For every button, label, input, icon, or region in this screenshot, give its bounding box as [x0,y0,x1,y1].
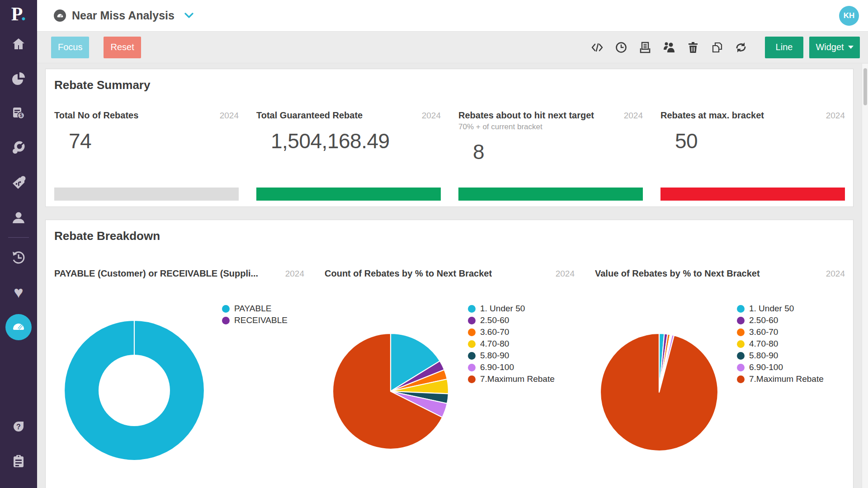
app-logo[interactable]: P. [11,2,26,26]
users-icon [663,42,675,53]
legend-item[interactable]: RECEIVABLE [222,314,288,326]
sidebar-item-customers[interactable] [0,200,37,235]
trash-button[interactable] [687,41,699,54]
kpi-total-rebates[interactable]: Total No of Rebates 2024 74 [54,110,239,201]
legend-item[interactable]: 1. Under 50 [468,303,555,314]
kpi-value: 8 [473,140,643,164]
legend-label: 4.70-80 [749,339,778,349]
sidebar-item-home[interactable] [0,26,37,61]
sidebar-item-dashboards[interactable] [0,310,37,344]
legend-item[interactable]: 7.Maximum Rebate [737,373,824,385]
legend-item[interactable]: 6.90-100 [468,361,555,373]
page-title: Near Miss Analysis [72,9,175,22]
scrollbar-thumb[interactable] [863,68,867,105]
heart-icon: ♥ [14,284,23,300]
caret-down-icon [848,46,854,49]
legend-dot [737,340,745,348]
rebate-breakdown-card: Rebate Breakdown PAYABLE (Customer) or R… [45,220,854,488]
widget-button[interactable]: Widget [809,37,860,58]
dashboard-content: Rebate Summary Total No of Rebates 2024 … [37,63,868,488]
sidebar-item-promotions[interactable] [0,165,37,200]
donut-chart[interactable] [63,319,206,464]
code-icon [591,42,604,53]
sidebar-item-tasks[interactable] [0,444,37,479]
print-button[interactable] [639,41,651,54]
invoice-dollar-icon: $ [11,106,26,121]
donut-hole [99,355,170,426]
pie-chart[interactable] [331,332,450,452]
legend-item[interactable]: 2.50-60 [737,314,824,326]
refresh-button[interactable] [735,41,747,54]
active-indicator [5,314,32,340]
legend-dot [468,305,476,313]
chart-year: 2024 [826,269,845,279]
legend-item[interactable]: 4.70-80 [737,338,824,350]
question-icon: ? [11,419,26,434]
copy-icon [711,42,723,53]
sidebar-item-reports[interactable] [0,61,37,96]
legend-label: 6.90-100 [480,362,514,372]
kpi-subtitle: 70% + of current bracket [458,122,643,131]
app-root: P. $ [0,0,868,488]
svg-text:?: ? [16,423,21,431]
kpi-year: 2024 [220,111,239,121]
legend-item[interactable]: 5.80-90 [468,350,555,361]
toolbar: Focus Reset [37,32,868,63]
legend-dot [737,328,745,336]
focus-button[interactable]: Focus [51,37,89,58]
line-button[interactable]: Line [765,37,803,58]
legend-dot [468,340,476,348]
chart-legend: PAYABLERECEIVABLE [222,303,288,326]
chart-payable-receivable: PAYABLE (Customer) or RECEIVABLE (Suppli… [54,268,304,488]
legend-dot [737,305,745,313]
clock-icon [615,42,627,53]
avatar[interactable]: KH [839,6,859,26]
pie-chart-icon [11,71,26,86]
main-area: Near Miss Analysis KH Focus Reset [37,0,868,488]
legend-item[interactable]: 3.60-70 [737,326,824,338]
sidebar-item-deals[interactable] [0,131,37,165]
kpi-label: Total No of Rebates [54,110,138,121]
gauge-icon [11,319,26,335]
legend-item[interactable]: 2.50-60 [468,314,555,326]
copy-button[interactable] [711,41,723,54]
legend-item[interactable]: 4.70-80 [468,338,555,350]
sidebar-item-history[interactable] [0,240,37,275]
users-button[interactable] [663,41,675,54]
legend-item[interactable]: 6.90-100 [737,361,824,373]
legend-label: 2.50-60 [749,315,778,325]
kpi-guaranteed-rebate[interactable]: Total Guaranteed Rebate 2024 1,504,168.4… [256,110,441,201]
code-button[interactable] [591,41,604,54]
chart-count-by-bracket: Count of Rebates by % to Next Bracket 20… [325,268,575,488]
home-icon [11,37,26,51]
legend-item[interactable]: 3.60-70 [468,326,555,338]
toolbar-icon-group [591,41,747,54]
kpi-row: Total No of Rebates 2024 74 Total Guaran… [54,110,844,201]
kpi-max-bracket[interactable]: Rebates at max. bracket 2024 50 [660,110,845,201]
pie-chart[interactable] [599,332,719,454]
sidebar-item-help[interactable]: ? [0,409,37,444]
legend-label: RECEIVABLE [234,315,288,325]
kpi-year: 2024 [826,111,845,121]
clock-button[interactable] [615,41,627,54]
legend-label: 6.90-100 [749,362,783,372]
legend-label: 5.80-90 [749,351,778,361]
legend-item[interactable]: 5.80-90 [737,350,824,361]
legend-item[interactable]: PAYABLE [222,303,288,314]
legend-item[interactable]: 1. Under 50 [737,303,824,314]
legend-item[interactable]: 7.Maximum Rebate [468,373,555,385]
chevron-down-icon[interactable] [184,13,193,19]
chart-title: Value of Rebates by % to Next Bracket [595,268,760,279]
sidebar-item-billing[interactable]: $ [0,96,37,131]
sidebar-item-favorites[interactable]: ♥ [0,275,37,310]
legend-dot [737,375,745,383]
top-header: Near Miss Analysis KH [37,0,868,32]
kpi-next-target[interactable]: Rebates about to hit next target 2024 70… [458,110,643,201]
legend-label: 7.Maximum Rebate [480,374,555,384]
reset-button[interactable]: Reset [104,37,141,58]
legend-dot [468,317,476,324]
chart-value-by-bracket: Value of Rebates by % to Next Bracket 20… [595,268,845,488]
kpi-progress-bar [660,188,845,201]
pie-slice[interactable] [600,333,718,451]
refresh-icon [735,42,747,53]
